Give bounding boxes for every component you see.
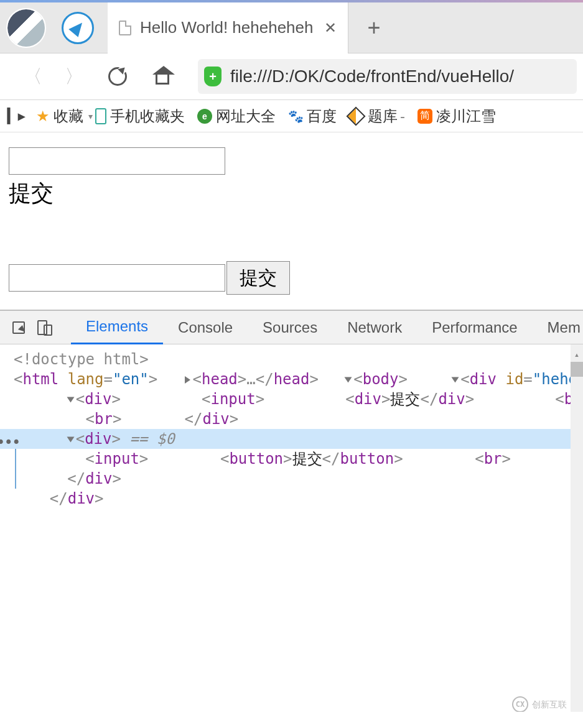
phone-icon <box>95 108 106 124</box>
tab-network[interactable]: Network <box>332 311 417 344</box>
collapse-icon[interactable] <box>345 377 352 383</box>
bookmark-tiku[interactable]: 题库 - <box>349 106 405 126</box>
dom-line: <head>…</head> <box>167 371 319 388</box>
dom-line: <input> <box>22 450 148 468</box>
dom-line: <input> <box>129 390 264 408</box>
bookmarks-bar: ▎▸ ★ 收藏 ▾ 手机收藏夹 e 网址大全 🐾 百度 题库 - 简 凌川江雪 <box>0 100 583 132</box>
browser-tab-bar: Hello World! heheheheh ✕ + <box>0 2 583 53</box>
collapse-icon[interactable] <box>67 437 74 443</box>
bookmark-mobile[interactable]: 手机收藏夹 <box>95 106 185 126</box>
inspect-icon[interactable] <box>12 320 25 336</box>
separator: - <box>400 108 405 125</box>
watermark-text: 创新互联 <box>532 694 567 712</box>
expand-icon[interactable] <box>185 376 190 384</box>
dom-line: </div> <box>131 410 238 428</box>
bookmark-lingchuan[interactable]: 简 凌川江雪 <box>417 106 496 126</box>
dom-line: <html lang="en"> <box>14 371 157 388</box>
tab-console[interactable]: Console <box>163 311 248 344</box>
bookmark-favorites[interactable]: ★ 收藏 <box>36 106 83 126</box>
tab-sources[interactable]: Sources <box>248 311 332 344</box>
star-icon: ★ <box>36 108 50 125</box>
address-bar[interactable]: + file:///D:/OK/Code/frontEnd/vueHello/ <box>198 59 577 94</box>
reload-icon[interactable] <box>108 67 127 86</box>
dom-line: </div> <box>14 490 104 507</box>
bookmark-urlall[interactable]: e 网址大全 <box>197 106 276 126</box>
tab-performance[interactable]: Performance <box>417 311 532 344</box>
devtools-tabbar: Elements Console Sources Network Perform… <box>0 311 583 344</box>
chevron-down-icon[interactable]: ▾ <box>88 111 93 121</box>
text-input-1[interactable] <box>9 147 225 175</box>
collapse-icon[interactable] <box>67 397 74 403</box>
back-button[interactable]: 〈 <box>24 64 42 90</box>
360-icon: e <box>197 109 212 124</box>
nav-bar-container: 〈 〉 + file:///D:/OK/Code/frontEnd/vueHel… <box>0 53 583 100</box>
dom-line: <br> <box>14 410 121 428</box>
submit-button[interactable]: 提交 <box>226 261 290 295</box>
watermark-logo: CX <box>512 696 528 712</box>
tab-memory[interactable]: Mem <box>533 311 583 344</box>
dom-line: <button>提交</button> <box>157 450 403 468</box>
browser-tab-active[interactable]: Hello World! heheheheh ✕ <box>108 2 348 53</box>
file-icon <box>119 21 131 35</box>
watermark: CX 创新互联 <box>512 694 567 712</box>
tiku-icon <box>346 106 365 126</box>
collapse-icon[interactable] <box>452 377 459 383</box>
page-body: 提交 提交 <box>0 132 583 310</box>
elements-dom-tree[interactable]: <!doctype html> <html lang="en"> <head>…… <box>0 344 583 712</box>
dom-line: <div id="heheApp" data-v-app> <box>416 371 583 388</box>
bookmark-label: 百度 <box>307 106 337 126</box>
bookmark-label: 收藏 <box>54 106 83 126</box>
dom-line: <br> <box>412 450 511 468</box>
bookmark-label: 凌川江雪 <box>436 106 496 126</box>
dom-children-guide: <input> <button>提交</button> <br> <br> </… <box>15 449 583 489</box>
home-icon[interactable] <box>154 67 173 86</box>
form-row-2: 提交 <box>9 261 574 295</box>
dom-line: <br> <box>483 390 583 408</box>
bookmark-label: 网址大全 <box>216 106 276 126</box>
bookmark-baidu[interactable]: 🐾 百度 <box>288 106 337 126</box>
dom-line: <div> <box>14 390 121 408</box>
user-avatar[interactable] <box>6 8 46 48</box>
text-input-2[interactable] <box>9 264 225 292</box>
forward-button[interactable]: 〉 <box>65 64 83 90</box>
devtools-panel: Elements Console Sources Network Perform… <box>0 310 583 712</box>
form-row-1 <box>9 147 574 175</box>
tab-elements[interactable]: Elements <box>71 311 163 344</box>
scroll-thumb[interactable] <box>571 362 583 377</box>
device-toggle-icon[interactable] <box>37 320 47 336</box>
tab-title: Hello World! heheheheh <box>140 18 313 37</box>
dom-line: <div>提交</div> <box>274 390 475 408</box>
bookmark-label: 题库 <box>368 106 398 126</box>
url-text: file:///D:/OK/Code/frontEnd/vueHello/ <box>230 67 514 86</box>
dom-line: </div> <box>22 470 121 487</box>
jian-icon: 简 <box>417 109 432 124</box>
shield-icon: + <box>204 67 222 86</box>
more-icon[interactable]: ••• <box>0 433 19 453</box>
bookmark-label: 手机收藏夹 <box>110 106 185 126</box>
scrollbar[interactable]: ▴ <box>571 344 583 712</box>
close-icon[interactable]: ✕ <box>324 19 337 37</box>
dom-line-selected[interactable]: ••• <div> == $0 <box>0 429 583 449</box>
sidebar-toggle-icon[interactable]: ▎▸ <box>7 108 25 124</box>
baidu-icon: 🐾 <box>288 109 303 124</box>
compass-icon[interactable] <box>62 12 94 44</box>
nav-bar: 〈 〉 + file:///D:/OK/Code/frontEnd/vueHel… <box>0 53 583 99</box>
dom-line: <body> <box>327 371 408 388</box>
dom-line: <!doctype html> <box>14 351 149 368</box>
new-tab-button[interactable]: + <box>367 15 380 41</box>
submit-text-label: 提交 <box>9 178 574 209</box>
